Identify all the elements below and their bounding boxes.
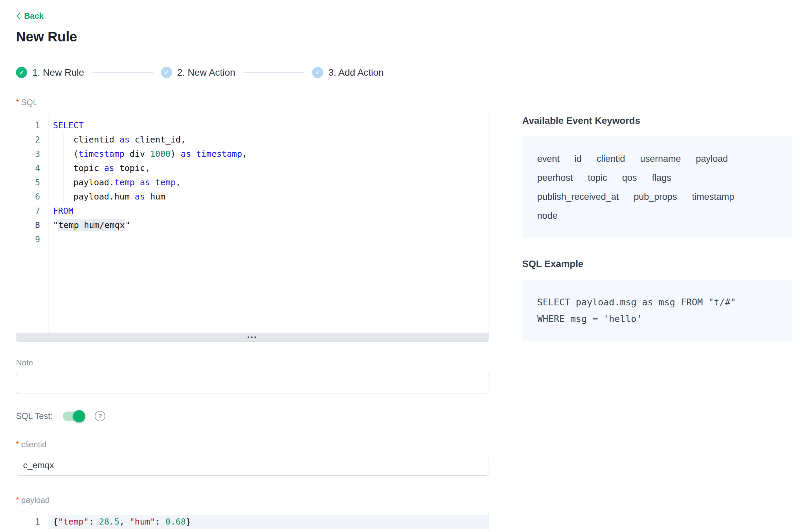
note-field-label: Note — [16, 358, 489, 367]
help-icon[interactable]: ? — [95, 411, 105, 421]
back-link[interactable]: Back — [16, 11, 43, 21]
new-rule-page: Back New Rule ✓1. New Rule✓2. New Action… — [0, 0, 800, 532]
event-keyword: timestamp — [692, 192, 734, 202]
back-label: Back — [24, 11, 43, 21]
sql-test-toggle[interactable] — [63, 412, 85, 421]
code-line: 7FROM — [16, 204, 489, 218]
payload-code-area[interactable]: 1{"temp": 28.5, "hum": 0.68} — [16, 512, 489, 529]
payload-field-label: *payload — [16, 495, 489, 505]
chevron-left-icon — [16, 12, 21, 20]
sql-code-area[interactable]: 1SELECT2 clientid as client_id,3 (timest… — [16, 114, 489, 247]
keywords-box: eventidclientidusernamepayloadpeerhostto… — [522, 136, 792, 238]
event-keyword: id — [575, 154, 582, 164]
event-keyword: peerhost — [537, 173, 573, 183]
check-icon: ✓ — [312, 67, 323, 78]
code-line: 2 clientid as client_id, — [16, 133, 489, 147]
line-number: 9 — [16, 232, 49, 247]
line-number: 7 — [16, 204, 49, 218]
keyword-row: node — [537, 206, 777, 225]
code-line: 6 payload.hum as hum — [16, 190, 489, 204]
event-keyword: flags — [652, 173, 671, 183]
sql-field-label: *SQL — [16, 98, 489, 107]
editor-resize-handle[interactable]: ••• — [16, 333, 489, 341]
line-number: 5 — [16, 175, 49, 190]
required-mark: * — [16, 98, 19, 107]
event-keyword: payload — [696, 154, 728, 164]
step-item[interactable]: ✓2. New Action — [161, 67, 235, 78]
line-number: 6 — [16, 190, 49, 204]
event-keyword: publish_received_at — [537, 192, 619, 202]
help-panel: Available Event Keywords eventidclientid… — [522, 115, 792, 341]
event-keyword: event — [537, 154, 560, 164]
clientid-field-label: *clientid — [16, 440, 489, 449]
sql-example-line: WHERE msg = 'hello' — [537, 310, 777, 327]
code-line: 4 topic as topic, — [16, 161, 489, 175]
code-line: 9 — [16, 232, 489, 247]
resize-dots-icon: ••• — [248, 333, 258, 341]
event-keyword: qos — [622, 173, 637, 183]
line-number: 4 — [16, 161, 49, 175]
step-label: 2. New Action — [177, 67, 235, 78]
sql-test-row: SQL Test: ? — [16, 411, 489, 421]
keywords-heading: Available Event Keywords — [522, 115, 792, 126]
page-title: New Rule — [16, 29, 489, 44]
clientid-input[interactable] — [16, 455, 489, 476]
payload-editor[interactable]: 1{"temp": 28.5, "hum": 0.68} — [16, 512, 489, 532]
rule-form-column: Back New Rule ✓1. New Rule✓2. New Action… — [16, 11, 489, 532]
line-number: 3 — [16, 147, 49, 161]
required-mark: * — [16, 495, 19, 505]
step-indicator: ✓1. New Rule✓2. New Action✓3. Add Action — [16, 67, 489, 78]
step-connector — [92, 72, 153, 73]
sql-editor[interactable]: 1SELECT2 clientid as client_id,3 (timest… — [16, 114, 489, 342]
line-number: 8 — [16, 218, 49, 232]
sql-example-box: SELECT payload.msg as msg FROM "t/#"WHER… — [522, 280, 792, 341]
event-keyword: clientid — [597, 154, 625, 164]
code-line: 1SELECT — [16, 118, 489, 133]
step-item[interactable]: ✓3. Add Action — [312, 67, 384, 78]
code-line: 5 payload.temp as temp, — [16, 175, 489, 190]
event-keyword: username — [640, 154, 681, 164]
check-icon: ✓ — [161, 67, 172, 78]
required-mark: * — [16, 440, 19, 449]
line-number: 1 — [16, 118, 49, 133]
event-keyword: topic — [588, 173, 607, 183]
step-label: 3. Add Action — [328, 67, 384, 78]
code-line: 1{"temp": 28.5, "hum": 0.68} — [16, 515, 489, 529]
code-line: 8"temp_hum/emqx" — [16, 218, 489, 232]
step-item[interactable]: ✓1. New Rule — [16, 67, 84, 78]
keyword-row: eventidclientidusernamepayload — [537, 149, 777, 168]
keyword-row: publish_received_atpub_propstimestamp — [537, 187, 777, 206]
sql-test-label: SQL Test: — [16, 411, 53, 421]
check-icon: ✓ — [16, 67, 27, 78]
line-number: 1 — [16, 515, 49, 529]
sql-example-heading: SQL Example — [522, 259, 792, 269]
keyword-row: peerhosttopicqosflags — [537, 168, 777, 187]
note-input[interactable] — [16, 373, 489, 394]
event-keyword: pub_props — [634, 192, 677, 202]
step-label: 1. New Rule — [32, 67, 84, 78]
event-keyword: node — [537, 211, 558, 221]
step-connector — [243, 72, 305, 73]
line-number: 2 — [16, 133, 49, 147]
code-line: 3 (timestamp div 1000) as timestamp, — [16, 147, 489, 161]
toggle-knob — [73, 410, 85, 422]
sql-example-line: SELECT payload.msg as msg FROM "t/#" — [537, 294, 777, 310]
